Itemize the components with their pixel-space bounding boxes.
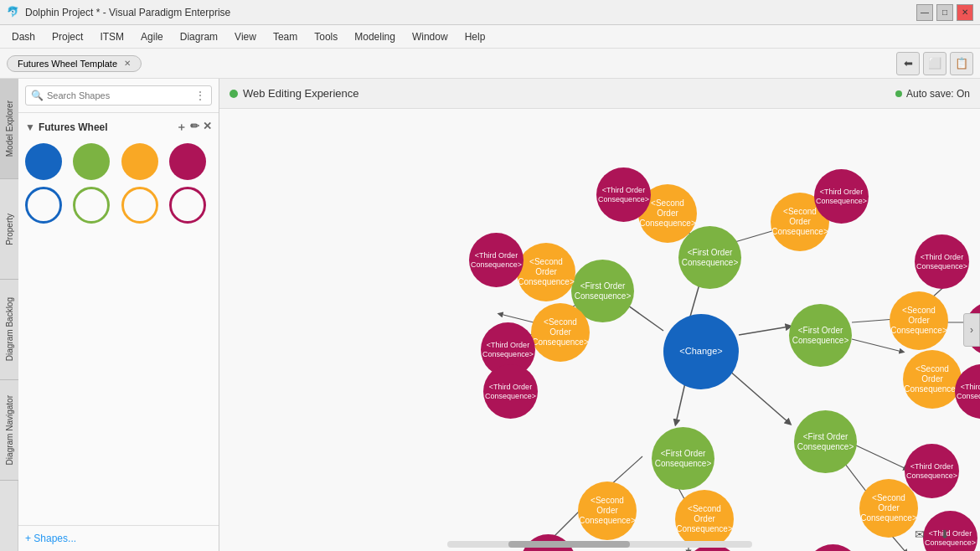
toolbar-icon-3[interactable]: 📋 bbox=[950, 52, 973, 75]
third-order-bottomright1[interactable]: <Third OrderConsequence> bbox=[905, 444, 959, 498]
close-shape-icon[interactable]: ✕ bbox=[203, 120, 212, 135]
tab-close-icon[interactable]: ✕ bbox=[124, 59, 131, 68]
minimize-button[interactable]: — bbox=[916, 4, 933, 21]
diagram-backlog-tab[interactable]: Diagram Backlog bbox=[0, 280, 18, 380]
auto-save-dot bbox=[895, 90, 902, 97]
first-order-node-bottom[interactable]: <First OrderConsequence> bbox=[652, 427, 714, 490]
svg-line-2 bbox=[739, 327, 789, 335]
diagram-backlog-label: Diagram Backlog bbox=[5, 297, 14, 361]
maximize-button[interactable]: □ bbox=[936, 4, 953, 21]
email-icon-button[interactable]: ✉ bbox=[910, 524, 930, 544]
auto-save-text: Auto save: On bbox=[906, 88, 970, 100]
menu-item-view[interactable]: View bbox=[226, 28, 265, 46]
center-node[interactable]: <Change> bbox=[663, 314, 739, 389]
third-order-far-left[interactable]: <Third OrderConsequence> bbox=[469, 233, 524, 287]
filled-shapes-grid bbox=[25, 143, 212, 180]
app-icon: 🐬 bbox=[7, 6, 20, 19]
search-menu-icon[interactable]: ⋮ bbox=[194, 89, 206, 102]
toolbar: Futures Wheel Template ✕ ⬅ ⬜ 📋 bbox=[0, 49, 980, 79]
third-order-top3[interactable]: <Third OrderConsequence> bbox=[915, 234, 969, 289]
shape-green-outline[interactable] bbox=[73, 187, 110, 224]
shape-pink-filled[interactable] bbox=[169, 143, 206, 180]
sidebar-bottom: + Shapes... bbox=[18, 525, 219, 551]
edit-shape-icon[interactable]: ✏ bbox=[190, 120, 199, 135]
menu-item-help[interactable]: Help bbox=[456, 28, 494, 46]
scrollbar-thumb[interactable] bbox=[508, 541, 630, 548]
menu-item-modeling[interactable]: Modeling bbox=[346, 28, 404, 46]
model-explorer-label: Model Explorer bbox=[5, 100, 14, 157]
expand-icon[interactable]: ▼ bbox=[25, 121, 35, 133]
third-order-top2[interactable]: <Third OrderConsequence> bbox=[814, 169, 869, 224]
diagram-area: Web Editing Experience Auto save: On bbox=[219, 79, 980, 551]
window-controls: — □ ✕ bbox=[916, 4, 973, 21]
download-icon-button[interactable]: ⬇ bbox=[935, 524, 955, 544]
menu-item-project[interactable]: Project bbox=[44, 28, 91, 46]
sidebar-search-area: 🔍 ⋮ bbox=[18, 79, 219, 113]
shape-orange-outline[interactable] bbox=[121, 187, 158, 224]
top-right-toolbar-icons: ⬅ ⬜ 📋 bbox=[896, 52, 973, 75]
add-shapes-button[interactable]: + Shapes... bbox=[25, 533, 212, 544]
auto-save-indicator: Auto save: On bbox=[895, 88, 970, 100]
svg-line-15 bbox=[852, 339, 902, 352]
toolbar-icon-2[interactable]: ⬜ bbox=[923, 52, 946, 75]
menu-item-dash[interactable]: Dash bbox=[3, 28, 44, 46]
model-explorer-tab[interactable]: Model Explorer bbox=[0, 79, 18, 179]
second-order-right1[interactable]: <Second OrderConsequence> bbox=[890, 291, 948, 350]
menu-bar: DashProjectITSMAgileDiagramViewTeamTools… bbox=[0, 25, 980, 49]
shape-blue-outline[interactable] bbox=[25, 187, 62, 224]
bottom-right-icons: ✉ ⬇ bbox=[910, 524, 955, 544]
sidebar: 🔍 ⋮ ▼ Futures Wheel ＋ ✏ ✕ bbox=[18, 79, 219, 551]
add-shapes-label: + Shapes... bbox=[25, 533, 76, 544]
tab-pill-label: Futures Wheel Template bbox=[18, 59, 117, 69]
menu-item-team[interactable]: Team bbox=[265, 28, 306, 46]
section-title: Futures Wheel bbox=[39, 121, 108, 133]
diagram-tab-label[interactable]: Web Editing Experience bbox=[230, 87, 359, 100]
second-order-bottom1[interactable]: <Second OrderConsequence> bbox=[578, 481, 637, 540]
second-order-bottom2[interactable]: <Second OrderConsequence> bbox=[675, 490, 734, 548]
third-order-far-left2[interactable]: <Third OrderConsequence> bbox=[483, 364, 538, 419]
property-tab[interactable]: Property bbox=[0, 179, 18, 280]
toolbar-icon-1[interactable]: ⬅ bbox=[896, 52, 920, 75]
shape-orange-filled[interactable] bbox=[121, 143, 158, 180]
second-order-left[interactable]: <Second OrderConsequence> bbox=[531, 303, 590, 362]
third-order-top1[interactable]: <Third OrderConsequence> bbox=[596, 167, 651, 222]
right-collapse-button[interactable]: › bbox=[963, 313, 980, 347]
app-title: Dolphin Project * - Visual Paradigm Ente… bbox=[25, 7, 916, 18]
shapes-section: ▼ Futures Wheel ＋ ✏ ✕ bbox=[18, 113, 219, 525]
menu-item-agile[interactable]: Agile bbox=[132, 28, 172, 46]
shapes-header: ▼ Futures Wheel ＋ ✏ ✕ bbox=[25, 120, 212, 135]
add-shape-icon[interactable]: ＋ bbox=[176, 120, 187, 135]
menu-item-itsm[interactable]: ITSM bbox=[91, 28, 132, 46]
diagram-tab-pill[interactable]: Futures Wheel Template ✕ bbox=[7, 55, 142, 72]
horizontal-scrollbar[interactable] bbox=[447, 541, 751, 548]
diagram-status-dot bbox=[230, 90, 238, 98]
second-order-topleft[interactable]: <Second OrderConsequence> bbox=[517, 243, 575, 301]
canvas[interactable]: <Change> <First OrderConsequence> <First… bbox=[219, 109, 980, 551]
search-input[interactable] bbox=[47, 90, 191, 100]
close-button[interactable]: ✕ bbox=[957, 4, 973, 21]
diagram-navigator-tab[interactable]: Diagram Navigator bbox=[0, 380, 18, 481]
first-order-node-right[interactable]: <First OrderConsequence> bbox=[789, 304, 852, 367]
left-side-panels: Model Explorer Property Diagram Backlog … bbox=[0, 79, 18, 551]
title-bar: 🐬 Dolphin Project * - Visual Paradigm En… bbox=[0, 0, 980, 25]
second-order-right2[interactable]: <Second OrderConsequence> bbox=[903, 350, 962, 409]
diagram-tab-text: Web Editing Experience bbox=[243, 87, 359, 100]
shape-blue-filled[interactable] bbox=[25, 143, 62, 180]
menu-item-window[interactable]: Window bbox=[404, 28, 456, 46]
section-action-icons: ＋ ✏ ✕ bbox=[176, 120, 212, 135]
diagram-header: Web Editing Experience Auto save: On bbox=[219, 79, 980, 109]
center-node-label: <Change> bbox=[679, 346, 722, 357]
diagram-navigator-label: Diagram Navigator bbox=[5, 395, 14, 465]
shape-green-filled[interactable] bbox=[73, 143, 110, 180]
search-icon: 🔍 bbox=[31, 90, 44, 101]
third-order-bottom3[interactable]: <Third OrderConsequence> bbox=[806, 544, 860, 551]
main-layout: Model Explorer Property Diagram Backlog … bbox=[0, 79, 980, 551]
svg-line-9 bbox=[500, 314, 534, 322]
search-box: 🔍 ⋮ bbox=[25, 85, 212, 106]
menu-item-tools[interactable]: Tools bbox=[306, 28, 346, 46]
shape-pink-outline[interactable] bbox=[169, 187, 206, 224]
property-label: Property bbox=[5, 214, 14, 245]
first-order-node-bottomright[interactable]: <First OrderConsequence> bbox=[794, 410, 857, 473]
menu-item-diagram[interactable]: Diagram bbox=[172, 28, 226, 46]
first-order-node-top[interactable]: <First OrderConsequence> bbox=[678, 226, 741, 289]
